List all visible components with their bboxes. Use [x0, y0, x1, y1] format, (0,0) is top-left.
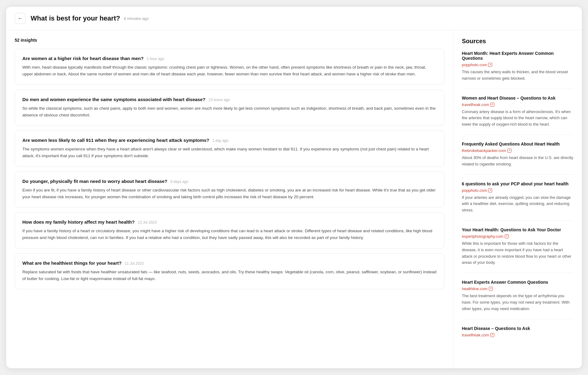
insight-time: 6 days ago — [170, 180, 188, 184]
source-item: Women and Heart Disease – Questions to A… — [462, 96, 573, 135]
insight-time: 23 hours ago — [209, 98, 230, 102]
insight-title: How does my family history affect my hea… — [22, 219, 135, 225]
header-time: 8 minutes ago — [124, 16, 149, 21]
page-title: What is best for your heart? — [31, 14, 120, 22]
source-item: Heart Month: Heart Experts Answer Common… — [462, 51, 573, 89]
source-url[interactable]: thebrokebackpacker.com ↗ — [462, 148, 511, 153]
insight-card[interactable]: Are women less likely to call 911 when t… — [15, 131, 444, 167]
insight-card[interactable]: Do younger, physically fit man need to w… — [15, 172, 444, 208]
source-item: 6 questions to ask your PCP about your h… — [462, 181, 573, 221]
source-url[interactable]: travelfreak.com ↗ — [462, 102, 494, 107]
insight-title: What are the healthiest things for your … — [22, 260, 122, 266]
insight-card[interactable]: How does my family history affect my hea… — [15, 212, 444, 248]
source-excerpt: If your arteries are already clogged, yo… — [462, 195, 573, 214]
main-layout: 52 insights Are women at a higher risk f… — [6, 30, 582, 368]
app-container: ← What is best for your heart? 8 minutes… — [6, 7, 582, 368]
insight-body: The symptoms women experience when they … — [22, 146, 437, 160]
sources-list: Heart Month: Heart Experts Answer Common… — [462, 51, 573, 346]
insight-body: Replace saturated fat with foods that ha… — [22, 269, 437, 282]
source-url[interactable]: popphoto.com ↗ — [462, 188, 492, 193]
insight-time: 11 Jul 2023 — [125, 261, 144, 266]
source-excerpt: This causes the artery walls to thicken,… — [462, 69, 573, 82]
source-url[interactable]: expertphotography.com ↗ — [462, 234, 509, 239]
insight-title: Do younger, physically fit man need to w… — [22, 179, 167, 184]
source-excerpt: The best treatment depends on the type o… — [462, 293, 573, 312]
insights-list: Are women at a higher risk for heart dis… — [15, 49, 444, 289]
insight-body: With men, heart disease typically manife… — [22, 64, 437, 78]
sources-title: Sources — [462, 38, 573, 45]
source-name: Heart Month: Heart Experts Answer Common… — [462, 51, 573, 61]
back-button[interactable]: ← — [15, 13, 26, 24]
source-name: Heart Disease – Questions to Ask — [462, 326, 573, 331]
insight-title: Are women at a higher risk for heart dis… — [22, 56, 144, 61]
insight-time: 1 day ago — [212, 138, 228, 143]
insights-count: 52 insights — [15, 38, 444, 43]
insight-title: Are women less likely to call 911 when t… — [22, 138, 209, 143]
insights-number: 52 — [15, 38, 20, 43]
source-item: Heart Experts Answer Common Questionshea… — [462, 280, 573, 319]
insight-card[interactable]: What are the healthiest things for your … — [15, 253, 444, 290]
insight-time: 13 Jul 2023 — [138, 220, 157, 225]
source-name: 6 questions to ask your PCP about your h… — [462, 181, 573, 186]
insight-body: If you have a family history of a heart … — [22, 228, 437, 241]
source-excerpt: Coronary artery disease is a form of ath… — [462, 109, 573, 128]
left-panel: 52 insights Are women at a higher risk f… — [6, 30, 453, 368]
source-url[interactable]: travelfreak.com ↗ — [462, 333, 494, 337]
source-name: Heart Experts Answer Common Questions — [462, 280, 573, 285]
insights-label: insights — [21, 38, 37, 43]
insight-title: Do men and women experience the same sym… — [22, 97, 205, 102]
source-url[interactable]: popphoto.com ↗ — [462, 63, 492, 67]
insight-time: 1 hour ago — [147, 57, 164, 61]
source-item: Frequently Asked Questions About Heart H… — [462, 142, 573, 175]
source-name: Your Heart Health: Questions to Ask Your… — [462, 227, 573, 232]
source-item: Your Heart Health: Questions to Ask Your… — [462, 227, 573, 273]
insight-card[interactable]: Do men and women experience the same sym… — [15, 90, 444, 126]
right-panel: Sources Heart Month: Heart Experts Answe… — [453, 30, 582, 368]
source-url[interactable]: healthline.com ↗ — [462, 286, 493, 291]
source-excerpt: About 30% of deaths from heart disease i… — [462, 155, 573, 168]
source-excerpt: While this is important for those with r… — [462, 241, 573, 266]
insight-body: Even if you are fit, if you have a famil… — [22, 187, 437, 201]
source-name: Frequently Asked Questions About Heart H… — [462, 142, 573, 146]
header: ← What is best for your heart? 8 minutes… — [6, 7, 582, 30]
insight-body: So while the classical symptoms, such as… — [22, 105, 437, 119]
insight-card[interactable]: Are women at a higher risk for heart dis… — [15, 49, 444, 85]
source-item: Heart Disease – Questions to Asktravelfr… — [462, 326, 573, 346]
source-name: Women and Heart Disease – Questions to A… — [462, 96, 573, 100]
